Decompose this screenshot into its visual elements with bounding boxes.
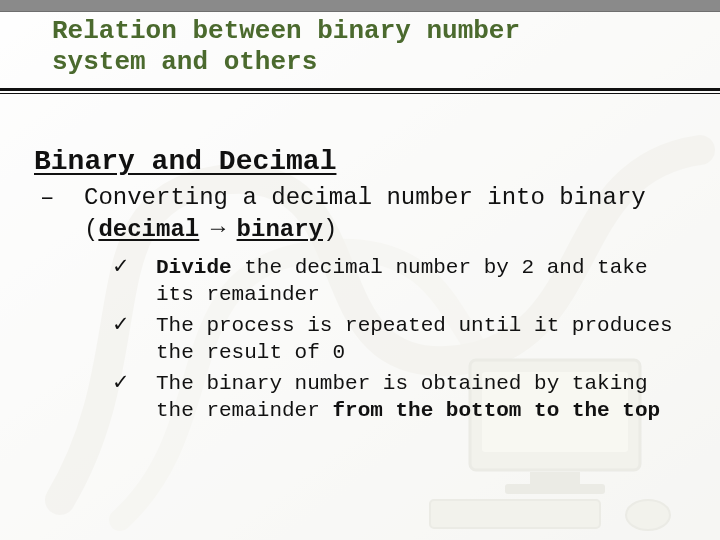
item-text: The process is repeated until it produce…: [156, 314, 673, 364]
list-item: ✓Divide the decimal number by 2 and take…: [156, 253, 686, 309]
svg-rect-5: [430, 500, 600, 528]
check-icon: ✓: [134, 311, 156, 338]
check-icon: ✓: [134, 369, 156, 396]
top-bar: [0, 0, 720, 12]
dash-bullet: –: [62, 183, 84, 213]
svg-rect-4: [505, 484, 605, 494]
section-heading: Binary and Decimal: [34, 146, 686, 177]
arrow-icon: →: [199, 214, 236, 241]
sub-from: decimal: [98, 216, 199, 243]
item-bold: from the bottom to the top: [332, 399, 660, 422]
check-list: ✓Divide the decimal number by 2 and take…: [34, 253, 686, 424]
sub-suffix: ): [323, 216, 337, 243]
check-icon: ✓: [134, 253, 156, 280]
item-bold: Divide: [156, 256, 232, 279]
title-line-1: Relation between binary number: [52, 16, 520, 46]
title-line-2: system and others: [52, 47, 317, 77]
sub-to: binary: [237, 216, 323, 243]
svg-point-6: [626, 500, 670, 530]
svg-rect-3: [530, 472, 580, 484]
slide-title: Relation between binary number system an…: [0, 12, 720, 88]
list-item: ✓The binary number is obtained by taking…: [156, 369, 686, 425]
list-item: ✓The process is repeated until it produc…: [156, 311, 686, 367]
content-area: Binary and Decimal –Converting a decimal…: [0, 94, 720, 424]
subheading: –Converting a decimal number into binary…: [34, 183, 686, 245]
